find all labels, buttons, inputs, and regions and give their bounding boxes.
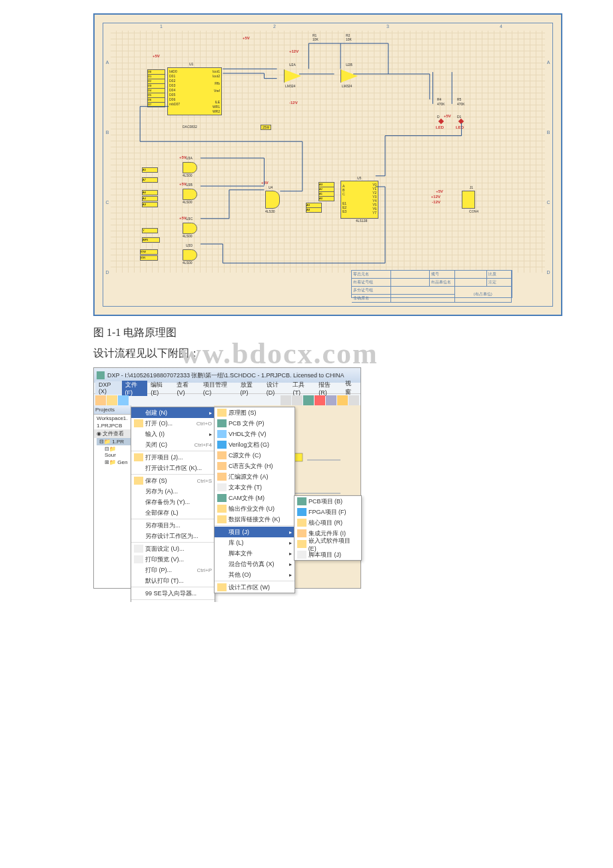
opamp-u2a — [284, 69, 301, 83]
new-submenu-item[interactable]: PCB 文件 (P) — [215, 418, 295, 429]
menu-place[interactable]: 放置 (P) — [237, 381, 263, 396]
tree-workspace[interactable]: Workspace1. — [94, 415, 131, 422]
file-menu-item[interactable]: 另存为 (A)... — [131, 486, 215, 497]
new-submenu-item[interactable]: 其他 (O)▸ — [215, 569, 295, 580]
redo-icon[interactable] — [292, 395, 303, 406]
file-menu-item[interactable]: 打开设计工作区 (K)... — [131, 463, 215, 473]
new-submenu: 原理图 (S)PCB 文件 (P)VHDL文件 (V)Verilog文档 (G)… — [214, 407, 295, 593]
new-submenu-item[interactable]: 文本文件 (T) — [215, 482, 295, 493]
new-submenu-item[interactable]: 库 (L)▸ — [215, 537, 295, 548]
tree-sour[interactable]: ⊟📁 Sour — [102, 445, 131, 459]
file-menu-item[interactable]: 默认打印 (T)... — [131, 575, 215, 586]
new-submenu-item[interactable]: VHDL文件 (V) — [215, 429, 295, 439]
col-1: 1 — [160, 24, 163, 31]
tool3-icon[interactable] — [326, 395, 336, 406]
menu-report[interactable]: 报告 (R) — [315, 381, 342, 396]
gate-u3b — [183, 189, 197, 200]
schematic-diagram: 1 2 3 4 A B C D A B C D bitD0 D01 D02 D0… — [93, 13, 562, 316]
file-menu-item[interactable]: 最近使用过的文件 (R)▸ — [131, 601, 215, 602]
file-menu-item[interactable]: 输入 (I)▸ — [131, 429, 215, 439]
file-menu-item[interactable]: 打开项目 (J)... — [131, 452, 215, 463]
app-icon — [97, 371, 105, 379]
gate-u3c — [183, 223, 197, 234]
open-icon[interactable] — [107, 395, 117, 406]
connector-j1 — [462, 191, 475, 209]
process-caption: 设计流程见以下附图： ww.bdocx.com — [93, 347, 520, 361]
projects-panel: Projects Workspace1. 1.PRJPCB ◉ 文件查看 ⊟📁 … — [94, 405, 131, 585]
file-menu-item[interactable]: 关闭 (C)Ctrl+F4 — [131, 439, 215, 450]
new-submenu-item[interactable]: 混合信号仿真 (X)▸ — [215, 559, 295, 569]
altium-screenshot: DXP - I:\410526198807072333 张鹏\第一组\1.SCH… — [93, 367, 361, 589]
menu-dxp[interactable]: DXP (X) — [95, 381, 122, 395]
ic-u5: A B C E1 E2 E3 Y0 Y1 Y2 Y3 Y4 Y5 Y6 Y7 — [340, 181, 378, 219]
new-submenu-item[interactable]: 原理图 (S) — [215, 407, 295, 418]
new-submenu-item[interactable]: 项目 (J)▸ — [215, 527, 295, 537]
undo-icon[interactable] — [281, 395, 291, 406]
col-2: 2 — [273, 24, 276, 31]
menu-file[interactable]: 文件 (F) — [122, 381, 148, 396]
menu-edit[interactable]: 编辑 (E) — [147, 381, 173, 396]
tool-icon[interactable] — [303, 395, 314, 406]
new-submenu-item[interactable]: Verilog文档 (G) — [215, 439, 295, 450]
new-submenu-item[interactable]: 汇编源文件 (A) — [215, 471, 295, 482]
gate-u3d — [183, 249, 197, 261]
file-menu-item[interactable]: 保存 (S)Ctrl+S — [131, 475, 215, 486]
file-menu-item[interactable]: 打印预览 (V)... — [131, 554, 215, 565]
file-menu-item[interactable]: 页面设定 (U)... — [131, 543, 215, 554]
led-d1 — [458, 119, 464, 124]
new-submenu-item[interactable]: 脚本文件▸ — [215, 548, 295, 559]
tree-pr[interactable]: ⊟📁 1.PR — [97, 438, 131, 445]
file-menu-item[interactable]: 保存备份为 (Y)... — [131, 497, 215, 507]
tree-project[interactable]: 1.PRJPCB — [94, 422, 131, 429]
menu-project[interactable]: 项目管理 (C) — [200, 381, 237, 396]
file-menu-item[interactable]: 另存设计工作区为... — [131, 531, 215, 541]
project-submenu-item[interactable]: PCB项目 (B) — [295, 496, 361, 507]
new-submenu-item[interactable]: C语言头文件 (H) — [215, 461, 295, 471]
watermark: ww.bdocx.com — [180, 337, 378, 371]
opamp-u2b — [340, 69, 358, 83]
project-submenu-item[interactable]: 核心项目 (R) — [295, 517, 361, 528]
tool2-icon[interactable] — [314, 395, 325, 406]
file-menu-item[interactable]: 创建 (N)▸ — [131, 407, 215, 418]
led-d — [438, 119, 444, 124]
new-submenu-item[interactable]: CAM文件 (M) — [215, 493, 295, 503]
file-dropdown-menu: 创建 (N)▸打开 (O)...Ctrl+O输入 (I)▸关闭 (C)Ctrl+… — [131, 407, 215, 602]
new-submenu-item[interactable]: C源文件 (C) — [215, 450, 295, 461]
new-icon[interactable] — [95, 395, 106, 406]
row-b: B — [104, 130, 111, 135]
menu-tools[interactable]: 工具 (T) — [289, 381, 315, 396]
file-menu-item[interactable]: 打开 (O)...Ctrl+O — [131, 418, 215, 429]
menu-design[interactable]: 设计 (D) — [263, 381, 290, 396]
project-submenu-item[interactable]: FPGA项目 (F) — [295, 507, 361, 517]
row-d: D — [104, 270, 111, 275]
tool5-icon[interactable] — [348, 395, 359, 406]
row-c: C — [104, 200, 111, 205]
gate-u3a — [183, 162, 197, 173]
project-submenu: PCB项目 (B)FPGA项目 (F)核心项目 (R)集成元件库 (I)嵌入式软… — [294, 495, 362, 561]
file-menu-item[interactable]: 99 SE导入向导器... — [131, 588, 215, 599]
project-submenu-item[interactable]: 嵌入式软件项目 (E) — [295, 539, 361, 549]
title-block: 零总元名 规号 比质 出着证号组 出品单位名 注定 多分证号组 — [351, 270, 512, 298]
tool4-icon[interactable] — [337, 395, 348, 406]
file-menu-item[interactable]: 打印 (P)...Ctrl+P — [131, 565, 215, 575]
panel-header: Projects — [94, 405, 131, 415]
tree-fileview[interactable]: ◉ 文件查看 — [94, 429, 131, 438]
tree-gen[interactable]: ⊞📁 Gen — [102, 459, 131, 466]
save-icon[interactable] — [118, 395, 129, 406]
new-submenu-item[interactable]: 数据库链接文件 (K) — [215, 514, 295, 525]
menubar: DXP (X) 文件 (F) 编辑 (E) 查看 (V) 项目管理 (C) 放置… — [94, 383, 360, 394]
new-submenu-item[interactable]: 输出作业文件 (U) — [215, 503, 295, 514]
row-a: A — [104, 60, 111, 65]
menu-window[interactable]: 视窗 — [342, 379, 359, 397]
new-submenu-item[interactable]: 设计工作区 (W) — [215, 582, 295, 593]
menu-view[interactable]: 查看 (V) — [173, 381, 199, 396]
gate-u4 — [265, 191, 280, 209]
col-4: 4 — [500, 24, 502, 31]
ic-u1-dac0832: bitD0 D01 D02 D03 D04 D05 D06 mbD07 Iout… — [167, 67, 222, 115]
file-menu-item[interactable]: 全部保存 (L) — [131, 507, 215, 518]
file-menu-item[interactable]: 另存项目为... — [131, 520, 215, 531]
col-3: 3 — [386, 24, 389, 31]
